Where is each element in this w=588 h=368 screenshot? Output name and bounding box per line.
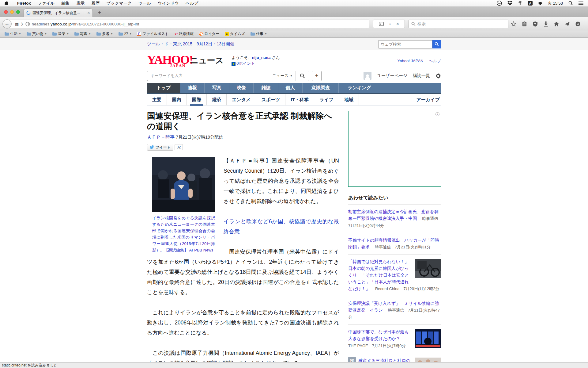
subnav-international[interactable]: 国際: [187, 94, 207, 105]
source-link[interactable]: ＡＦＰ＝時事: [147, 134, 175, 140]
subscriptions-link[interactable]: 購読一覧: [413, 73, 430, 79]
reader-close-icon[interactable]: ✕: [396, 22, 399, 26]
bookmark-times[interactable]: ≡ タイムズ: [223, 31, 247, 36]
news-search-button[interactable]: [296, 71, 309, 81]
avatar[interactable]: [364, 72, 371, 80]
yahoo-japan-link[interactable]: Yahoo! JAPAN: [398, 59, 424, 63]
add-keyword-button[interactable]: +: [312, 71, 322, 81]
pocket-clipboard-icon[interactable]: [522, 21, 527, 27]
back-button[interactable]: ←: [2, 19, 12, 29]
menu-firefox[interactable]: Firefox: [14, 1, 34, 6]
send-tab-icon[interactable]: [564, 21, 570, 27]
menu-help[interactable]: ヘルプ: [182, 1, 202, 6]
bookmark-filepost[interactable]: F ファイルポスト: [135, 31, 171, 36]
close-window-button[interactable]: [4, 10, 8, 14]
nav-tab-video[interactable]: 映像: [229, 83, 254, 93]
bookmark-reuters[interactable]: ロイター: [197, 31, 221, 36]
menu-tools[interactable]: ツール: [135, 1, 154, 6]
thumbnail-stock-screens[interactable]: [415, 329, 441, 348]
url-bar[interactable]: ▦ ❯ headlines.yahoo.co.jp/hl?a=20150721-…: [7, 20, 369, 28]
article-photo[interactable]: [152, 157, 215, 212]
nav-tab-ranking[interactable]: ランキング: [339, 83, 380, 93]
username-link[interactable]: niju_nana: [252, 55, 271, 60]
bookmark-star-icon[interactable]: [511, 21, 516, 27]
spotlight-icon[interactable]: [568, 1, 573, 6]
menu-file[interactable]: ファイル: [34, 1, 58, 6]
sidebar-item-3[interactable]: 「韓国では絶対見られない！」日本の朝の光景に韓国人がびっくり＝「それだけ日本は安…: [348, 255, 441, 296]
creative-cloud-icon[interactable]: [497, 1, 502, 6]
menu-bookmarks[interactable]: ブックマーク: [103, 1, 135, 6]
subnav-economy[interactable]: 経済: [207, 94, 227, 105]
subnav-sports[interactable]: スポーツ: [256, 94, 285, 105]
menubar-clock[interactable]: 火 15:53: [548, 1, 563, 6]
reader-widget[interactable]: ▾ ✕: [373, 20, 405, 28]
sidebar-item-4[interactable]: 安保理決議「受け入れず」＝ミサイル禁輸に強硬派反発ーイラン 時事通信 7月21日…: [348, 296, 441, 325]
nav-tab-magazine[interactable]: 雑誌: [254, 83, 278, 93]
browser-search-field[interactable]: 検索: [409, 20, 508, 28]
subnav-domestic[interactable]: 国内: [167, 94, 187, 105]
sidebar-item-1[interactable]: 胡前主席側近の逮捕決定＝令計画氏、党籍を剥奪ー巨額収賄や機密違法入手・中国 時事…: [348, 205, 441, 233]
thumbnail-bicycle[interactable]: [415, 259, 441, 278]
url-text[interactable]: headlines.yahoo.co.jp/hl?a=20150721-0000…: [32, 22, 139, 26]
wifi-icon[interactable]: [537, 1, 543, 6]
reader-dropdown-icon[interactable]: ▾: [389, 22, 391, 26]
globe-icon[interactable]: [25, 22, 30, 26]
ad-slot-top[interactable]: i: [348, 111, 441, 187]
gear-icon[interactable]: [435, 73, 441, 79]
tab-close-icon[interactable]: ✕: [87, 11, 90, 15]
search-scope-dropdown[interactable]: ニュース▼: [269, 73, 296, 79]
hotspot-icon[interactable]: [518, 1, 523, 6]
shield-mask-icon[interactable]: [532, 21, 538, 27]
menu-view[interactable]: 表示: [73, 1, 88, 6]
web-search-input[interactable]: [379, 40, 432, 48]
bookmark-folder-life[interactable]: 生活▼: [2, 31, 23, 36]
new-tab-button[interactable]: +: [96, 9, 104, 16]
browser-tab[interactable]: 国連安保理、イラン核合意... ✕: [24, 8, 93, 17]
zoom-window-button[interactable]: [16, 10, 20, 14]
yahoo-news-logo[interactable]: YAHOO! JAPAN ニュース: [147, 55, 224, 65]
notification-center-icon[interactable]: [578, 1, 584, 6]
news-search-box[interactable]: キーワードを入力 ニュース▼: [147, 71, 309, 81]
ad-info-icon[interactable]: i: [435, 112, 439, 116]
bookmark-folder-music[interactable]: 音楽▼: [50, 31, 71, 36]
bookmark-folder-reference[interactable]: 参考▼: [94, 31, 115, 36]
sidebar-item-2[interactable]: 不倫サイトの顧客情報流出＝ハッカーが「即時閉鎖」要求 時事通信 7月21日(火)…: [348, 233, 441, 255]
help-link[interactable]: ヘルプ: [429, 59, 441, 63]
input-source-icon[interactable]: A: [528, 1, 533, 6]
apple-menu-icon[interactable]: [4, 1, 8, 6]
subnav-main[interactable]: 主要: [147, 94, 167, 105]
promo-link[interactable]: ツール・ド・東北 2015 9月12日・13日開催: [147, 41, 234, 47]
nav-tab-poll[interactable]: 意識調査: [303, 83, 339, 93]
bookmark-folder-shopping[interactable]: 買い物▼: [24, 31, 49, 36]
bookmark-transit[interactable]: Y! 路線情報: [172, 31, 196, 36]
menu-window[interactable]: ウインドウ: [154, 1, 182, 6]
user-page-link[interactable]: ユーザーページ: [377, 73, 407, 79]
bookmark-folder-photo[interactable]: 写真▼: [72, 31, 93, 36]
nav-tab-personal[interactable]: 個人: [278, 83, 303, 93]
bookmark-folder-work[interactable]: 仕事▼: [248, 31, 269, 36]
tiles-icon[interactable]: ▦: [15, 22, 19, 26]
menu-history[interactable]: 履歴: [88, 1, 103, 6]
subnav-it-science[interactable]: IT・科学: [285, 94, 314, 105]
subnav-entertainment[interactable]: エンタメ: [227, 94, 256, 105]
nav-tab-sokuho[interactable]: 速報: [180, 83, 205, 93]
menu-edit[interactable]: 編集: [58, 1, 73, 6]
nav-tab-top[interactable]: トップ: [147, 83, 180, 93]
subnav-life[interactable]: ライフ: [314, 94, 339, 105]
downloads-icon[interactable]: [543, 21, 548, 27]
nav-tab-photo[interactable]: 写真: [205, 83, 229, 93]
web-search-button[interactable]: [432, 40, 441, 48]
points-link[interactable]: 0ポイント: [236, 61, 255, 66]
minimize-window-button[interactable]: [10, 10, 14, 14]
sidebar-item-5[interactable]: 中国株下落で、なぜ日本が最も大きな影響を受けたのか？ THE PAGE 7月21…: [348, 325, 441, 353]
main-nav: トップ 速報 写真 映像 雑誌 個人 意識調査 ランキング: [147, 83, 441, 94]
bookmark-folder-27[interactable]: 27▼: [116, 32, 134, 36]
tweet-button[interactable]: ツイート: [147, 144, 173, 151]
tweet-count[interactable]: 32: [175, 144, 183, 150]
archive-link[interactable]: アーカイブ: [417, 97, 441, 103]
reader-mode-icon[interactable]: [379, 22, 384, 26]
dropbox-icon[interactable]: [507, 1, 513, 6]
home-icon[interactable]: [554, 21, 559, 27]
feedback-smiley-icon[interactable]: [575, 21, 581, 27]
subnav-region[interactable]: 地域: [339, 94, 359, 105]
